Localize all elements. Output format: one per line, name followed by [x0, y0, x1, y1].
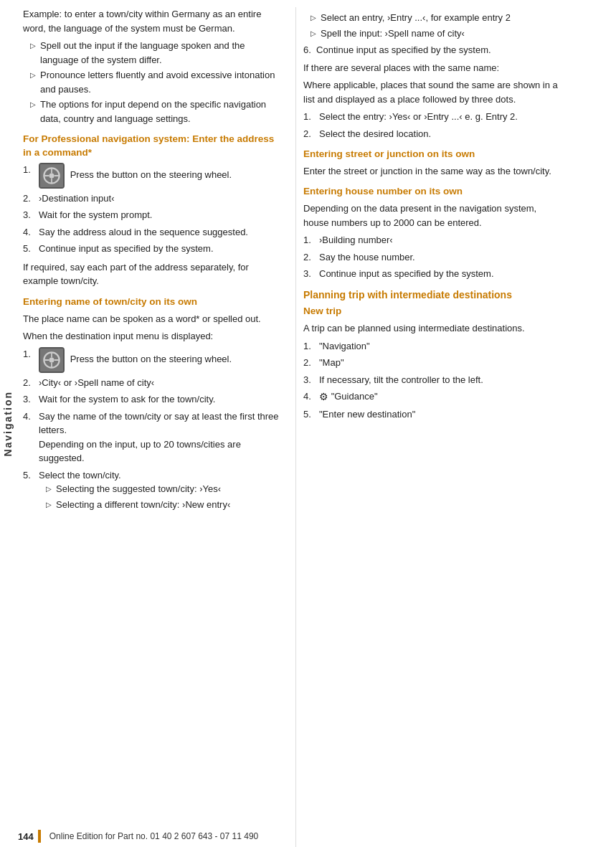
new-trip-step-1-text: "Navigation"	[319, 339, 370, 354]
town-step-5-text: Select the town/city.	[39, 470, 121, 481]
planning-heading: Planning trip with intermediate destinat…	[303, 288, 562, 303]
list-item: Selecting the suggested town/city: ›Yes‹	[46, 482, 230, 496]
town-step-2-text: ›City‹ or ›Spell name of city‹	[39, 376, 154, 390]
content-area: Example: to enter a town/city within Ger…	[16, 0, 616, 847]
town-step-4-text: Say the name of the town/city or say at …	[39, 411, 279, 436]
pro-nav-step-5: 5. Continue input as specified by the sy…	[23, 242, 283, 256]
intro-text: Example: to enter a town/city within Ger…	[23, 7, 283, 35]
town-step-4: 4. Say the name of the town/city or say …	[23, 410, 283, 465]
house-heading: Entering house number on its own	[303, 185, 562, 199]
left-column: Example: to enter a town/city within Ger…	[16, 7, 295, 847]
house-steps: 1. ›Building number‹ 2. Say the house nu…	[303, 233, 562, 281]
steering-wheel-icon-1	[39, 163, 65, 189]
pro-nav-note: If required, say each part of the addres…	[23, 260, 283, 288]
page-number-bar	[38, 830, 41, 843]
street-para: Enter the street or junction in the same…	[303, 164, 562, 179]
same-name-step-1-text: Select the entry: ›Yes‹ or ›Entry ...‹ e…	[319, 110, 518, 124]
list-item: Spell out the input if the language spok…	[30, 39, 283, 67]
town-step-3-text: Wait for the system to ask for the town/…	[39, 392, 215, 407]
house-step-3-text: Continue input as specified by the syste…	[319, 267, 494, 281]
list-item: The options for input depend on the spec…	[30, 98, 283, 126]
pro-nav-step-2: 2. ›Destination input‹	[23, 191, 283, 206]
new-trip-steps: 1. "Navigation" 2. "Map" 3. If necessary…	[303, 339, 562, 422]
town-step-5-subbullets: Selecting the suggested town/city: ›Yes‹…	[39, 482, 230, 511]
navigation-label: Navigation	[2, 391, 14, 457]
pro-nav-step-4: 4. Say the address aloud in the sequence…	[23, 225, 283, 240]
town-step-2: 2. ›City‹ or ›Spell name of city‹	[23, 376, 283, 390]
list-item: Spell the input: ›Spell name of city‹	[311, 27, 562, 41]
bullets-list-1: Spell out the input if the language spok…	[23, 39, 283, 126]
svg-point-2	[49, 173, 54, 178]
pro-nav-heading: For Professional navigation system: Ente…	[23, 133, 283, 160]
new-trip-step-2: 2. "Map"	[303, 356, 562, 370]
pro-nav-step-4-text: Say the address aloud in the sequence su…	[39, 225, 248, 240]
new-trip-step-3-text: If necessary, tilt the controller to the…	[319, 373, 483, 387]
new-trip-heading: New trip	[303, 305, 562, 318]
new-trip-para: A trip can be planned using intermediate…	[303, 321, 562, 336]
guidance-icon: ⚙	[319, 389, 328, 404]
new-trip-step-5: 5. "Enter new destination"	[303, 407, 562, 422]
town-step-4-subnote: Depending on the input, up to 20 towns/c…	[39, 437, 283, 465]
house-step-3: 3. Continue input as specified by the sy…	[303, 267, 562, 281]
new-trip-step-4-text: "Guidance"	[331, 391, 378, 402]
pro-nav-step-3-text: Wait for the system prompt.	[39, 208, 152, 222]
pro-nav-step-3: 3. Wait for the system prompt.	[23, 208, 283, 222]
new-trip-step-1: 1. "Navigation"	[303, 339, 562, 354]
new-trip-step-5-text: "Enter new destination"	[319, 407, 415, 422]
house-para: Depending on the data present in the nav…	[303, 202, 562, 230]
page-number: 144	[18, 831, 34, 842]
svg-point-9	[49, 357, 54, 362]
list-item: Select an entry, ›Entry ...‹, for exampl…	[311, 11, 562, 25]
side-label: Navigation	[0, 0, 16, 847]
town-step-3: 3. Wait for the system to ask for the to…	[23, 392, 283, 407]
new-trip-step-4: 4. ⚙ "Guidance"	[303, 389, 562, 404]
right-column: Select an entry, ›Entry ...‹, for exampl…	[295, 7, 575, 847]
step6-text: 6. Continue input as specified by the sy…	[303, 43, 562, 57]
list-item: Pronounce letters fluently and avoid exc…	[30, 68, 283, 96]
steering-wheel-icon-2	[39, 347, 65, 373]
list-item: Selecting a different town/city: ›New en…	[46, 498, 230, 512]
town-para2: When the destination input menu is displ…	[23, 329, 283, 344]
pro-nav-step-1: 1.	[23, 163, 283, 189]
street-heading: Entering street or junction on its own	[303, 148, 562, 161]
same-name-steps: 1. Select the entry: ›Yes‹ or ›Entry ...…	[303, 110, 562, 141]
town-step-1-text: Press the button on the steering wheel.	[70, 354, 232, 364]
pro-nav-step-2-text: ›Destination input‹	[39, 191, 115, 206]
town-step-1: 1.	[23, 347, 283, 373]
new-trip-step-2-text: "Map"	[319, 356, 344, 370]
page-footer: 144 Online Edition for Part no. 01 40 2 …	[0, 827, 616, 847]
pro-nav-step-5-text: Continue input as specified by the syste…	[39, 242, 214, 256]
town-para: The place name can be spoken as a word* …	[23, 312, 283, 326]
continue-bullets: Select an entry, ›Entry ...‹, for exampl…	[303, 11, 562, 40]
town-heading: Entering name of town/city on its own	[23, 295, 283, 309]
house-step-1-text: ›Building number‹	[319, 233, 393, 247]
same-name-step-1: 1. Select the entry: ›Yes‹ or ›Entry ...…	[303, 110, 562, 124]
town-step-5: 5. Select the town/city. Selecting the s…	[23, 468, 283, 515]
pro-nav-step-1-text: Press the button on the steering wheel.	[70, 169, 232, 180]
same-name-note: If there are several places with the sam…	[303, 61, 562, 75]
same-name-para: Where applicable, places that sound the …	[303, 78, 562, 106]
page-wrapper: Navigation Example: to enter a town/city…	[0, 0, 616, 847]
pro-nav-steps: 1.	[23, 163, 283, 256]
house-step-2: 2. Say the house number.	[303, 250, 562, 265]
new-trip-step-3: 3. If necessary, tilt the controller to …	[303, 373, 562, 387]
town-steps: 1.	[23, 347, 283, 515]
house-step-2-text: Say the house number.	[319, 250, 415, 265]
same-name-step-2: 2. Select the desired location.	[303, 127, 562, 141]
footer-text: Online Edition for Part no. 01 40 2 607 …	[49, 831, 259, 841]
house-step-1: 1. ›Building number‹	[303, 233, 562, 247]
same-name-step-2-text: Select the desired location.	[319, 127, 431, 141]
